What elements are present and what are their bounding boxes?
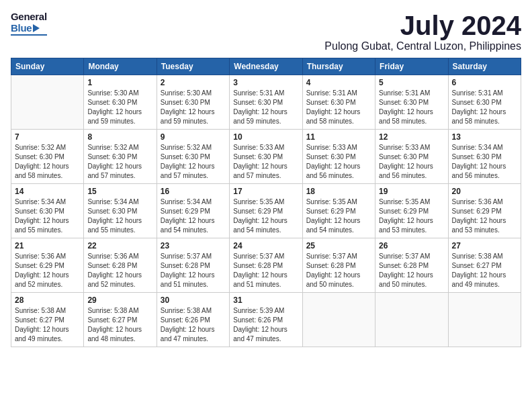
calendar-cell: 9Sunrise: 5:32 AM Sunset: 6:30 PM Daylig… (157, 130, 229, 184)
day-number: 21 (15, 241, 80, 250)
day-number: 15 (87, 187, 152, 196)
day-number: 20 (452, 187, 517, 196)
calendar-header-row: SundayMondayTuesdayWednesdayThursdayFrid… (11, 58, 521, 75)
logo: General Blue (11, 11, 47, 36)
day-number: 13 (452, 132, 517, 142)
day-header-wednesday: Wednesday (230, 58, 302, 75)
calendar-cell: 26Sunrise: 5:37 AM Sunset: 6:28 PM Dayli… (375, 238, 448, 293)
logo-underline (11, 34, 47, 36)
calendar-week-4: 21Sunrise: 5:36 AM Sunset: 6:29 PM Dayli… (11, 238, 521, 293)
day-info: Sunrise: 5:34 AM Sunset: 6:29 PM Dayligh… (161, 197, 226, 235)
calendar-cell: 31Sunrise: 5:39 AM Sunset: 6:26 PM Dayli… (230, 293, 302, 347)
day-info: Sunrise: 5:31 AM Sunset: 6:30 PM Dayligh… (452, 89, 517, 126)
calendar-cell: 11Sunrise: 5:33 AM Sunset: 6:30 PM Dayli… (302, 130, 375, 184)
day-info: Sunrise: 5:34 AM Sunset: 6:30 PM Dayligh… (452, 143, 517, 181)
calendar-week-3: 14Sunrise: 5:34 AM Sunset: 6:30 PM Dayli… (11, 184, 521, 238)
day-number: 28 (15, 295, 80, 305)
calendar-cell: 7Sunrise: 5:32 AM Sunset: 6:30 PM Daylig… (11, 130, 84, 184)
calendar-week-2: 7Sunrise: 5:32 AM Sunset: 6:30 PM Daylig… (11, 130, 521, 184)
calendar-cell: 18Sunrise: 5:35 AM Sunset: 6:29 PM Dayli… (302, 184, 375, 238)
day-info: Sunrise: 5:30 AM Sunset: 6:30 PM Dayligh… (161, 89, 226, 126)
day-number: 5 (379, 78, 444, 87)
page-header: General Blue July 2024 Pulong Gubat, Cen… (11, 11, 521, 52)
calendar-cell: 14Sunrise: 5:34 AM Sunset: 6:30 PM Dayli… (11, 184, 84, 238)
day-number: 1 (87, 78, 152, 87)
calendar-cell (448, 293, 521, 347)
calendar-cell: 15Sunrise: 5:34 AM Sunset: 6:30 PM Dayli… (84, 184, 157, 238)
day-number: 19 (379, 187, 444, 196)
calendar-cell: 24Sunrise: 5:37 AM Sunset: 6:28 PM Dayli… (230, 238, 302, 293)
day-number: 12 (379, 132, 444, 142)
day-info: Sunrise: 5:36 AM Sunset: 6:29 PM Dayligh… (452, 197, 517, 235)
day-info: Sunrise: 5:31 AM Sunset: 6:30 PM Dayligh… (379, 89, 444, 126)
title-block: July 2024 Pulong Gubat, Central Luzon, P… (324, 11, 521, 52)
calendar-cell (11, 75, 84, 130)
calendar-cell: 30Sunrise: 5:38 AM Sunset: 6:26 PM Dayli… (157, 293, 229, 347)
day-number: 11 (306, 132, 371, 142)
day-number: 10 (233, 132, 298, 142)
calendar-week-5: 28Sunrise: 5:38 AM Sunset: 6:27 PM Dayli… (11, 293, 521, 347)
logo-blue-row: Blue (11, 22, 40, 34)
day-info: Sunrise: 5:38 AM Sunset: 6:26 PM Dayligh… (161, 306, 226, 344)
logo-arrow-icon (33, 24, 40, 32)
day-header-sunday: Sunday (11, 58, 84, 75)
day-number: 30 (161, 295, 226, 305)
calendar-cell: 5Sunrise: 5:31 AM Sunset: 6:30 PM Daylig… (375, 75, 448, 130)
day-number: 16 (161, 187, 226, 196)
calendar-cell: 12Sunrise: 5:33 AM Sunset: 6:30 PM Dayli… (375, 130, 448, 184)
calendar-cell: 29Sunrise: 5:38 AM Sunset: 6:27 PM Dayli… (84, 293, 157, 347)
day-number: 9 (161, 132, 226, 142)
calendar-cell: 19Sunrise: 5:35 AM Sunset: 6:29 PM Dayli… (375, 184, 448, 238)
calendar-cell: 20Sunrise: 5:36 AM Sunset: 6:29 PM Dayli… (448, 184, 521, 238)
calendar-table: SundayMondayTuesdayWednesdayThursdayFrid… (11, 58, 521, 347)
day-info: Sunrise: 5:31 AM Sunset: 6:30 PM Dayligh… (233, 89, 298, 126)
day-header-monday: Monday (84, 58, 157, 75)
day-info: Sunrise: 5:36 AM Sunset: 6:29 PM Dayligh… (15, 252, 80, 289)
calendar-cell: 23Sunrise: 5:37 AM Sunset: 6:28 PM Dayli… (157, 238, 229, 293)
calendar-cell: 13Sunrise: 5:34 AM Sunset: 6:30 PM Dayli… (448, 130, 521, 184)
day-info: Sunrise: 5:32 AM Sunset: 6:30 PM Dayligh… (161, 143, 226, 181)
day-info: Sunrise: 5:35 AM Sunset: 6:29 PM Dayligh… (379, 197, 444, 235)
day-info: Sunrise: 5:37 AM Sunset: 6:28 PM Dayligh… (161, 252, 226, 289)
calendar-cell: 3Sunrise: 5:31 AM Sunset: 6:30 PM Daylig… (230, 75, 302, 130)
day-info: Sunrise: 5:38 AM Sunset: 6:27 PM Dayligh… (15, 306, 80, 344)
day-info: Sunrise: 5:38 AM Sunset: 6:27 PM Dayligh… (452, 252, 517, 289)
day-number: 4 (306, 78, 371, 87)
location-title: Pulong Gubat, Central Luzon, Philippines (324, 40, 521, 52)
day-number: 7 (15, 132, 80, 142)
calendar-cell: 25Sunrise: 5:37 AM Sunset: 6:28 PM Dayli… (302, 238, 375, 293)
day-number: 24 (233, 241, 298, 250)
calendar-cell: 17Sunrise: 5:35 AM Sunset: 6:29 PM Dayli… (230, 184, 302, 238)
day-header-saturday: Saturday (448, 58, 521, 75)
calendar-cell: 1Sunrise: 5:30 AM Sunset: 6:30 PM Daylig… (84, 75, 157, 130)
day-info: Sunrise: 5:31 AM Sunset: 6:30 PM Dayligh… (306, 89, 371, 126)
day-info: Sunrise: 5:34 AM Sunset: 6:30 PM Dayligh… (15, 197, 80, 235)
calendar-cell (302, 293, 375, 347)
day-number: 8 (87, 132, 152, 142)
day-number: 17 (233, 187, 298, 196)
calendar-cell: 28Sunrise: 5:38 AM Sunset: 6:27 PM Dayli… (11, 293, 84, 347)
logo-blue-text: Blue (11, 22, 32, 34)
day-info: Sunrise: 5:36 AM Sunset: 6:28 PM Dayligh… (87, 252, 152, 289)
day-info: Sunrise: 5:38 AM Sunset: 6:27 PM Dayligh… (87, 306, 152, 344)
day-info: Sunrise: 5:30 AM Sunset: 6:30 PM Dayligh… (87, 89, 152, 126)
day-info: Sunrise: 5:32 AM Sunset: 6:30 PM Dayligh… (15, 143, 80, 181)
day-info: Sunrise: 5:34 AM Sunset: 6:30 PM Dayligh… (87, 197, 152, 235)
calendar-cell: 21Sunrise: 5:36 AM Sunset: 6:29 PM Dayli… (11, 238, 84, 293)
calendar-cell: 16Sunrise: 5:34 AM Sunset: 6:29 PM Dayli… (157, 184, 229, 238)
day-number: 3 (233, 78, 298, 87)
day-number: 23 (161, 241, 226, 250)
day-info: Sunrise: 5:39 AM Sunset: 6:26 PM Dayligh… (233, 306, 298, 344)
day-number: 25 (306, 241, 371, 250)
day-info: Sunrise: 5:37 AM Sunset: 6:28 PM Dayligh… (306, 252, 371, 289)
calendar-cell: 10Sunrise: 5:33 AM Sunset: 6:30 PM Dayli… (230, 130, 302, 184)
calendar-cell: 8Sunrise: 5:32 AM Sunset: 6:30 PM Daylig… (84, 130, 157, 184)
day-number: 26 (379, 241, 444, 250)
logo-general-text: General (11, 11, 47, 22)
day-info: Sunrise: 5:37 AM Sunset: 6:28 PM Dayligh… (379, 252, 444, 289)
day-number: 18 (306, 187, 371, 196)
day-info: Sunrise: 5:33 AM Sunset: 6:30 PM Dayligh… (233, 143, 298, 181)
day-info: Sunrise: 5:33 AM Sunset: 6:30 PM Dayligh… (379, 143, 444, 181)
day-header-tuesday: Tuesday (157, 58, 229, 75)
calendar-cell: 2Sunrise: 5:30 AM Sunset: 6:30 PM Daylig… (157, 75, 229, 130)
